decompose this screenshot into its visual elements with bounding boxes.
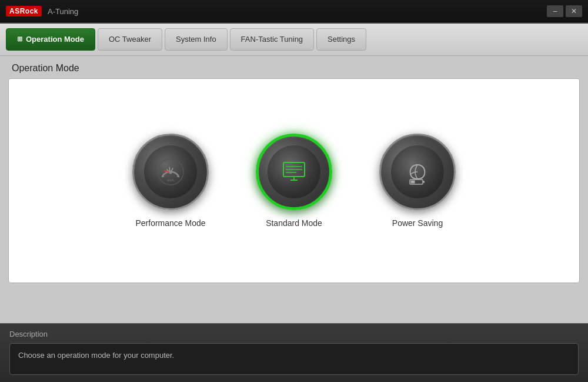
performance-mode-button[interactable]: km/h Performance Mode [132, 134, 209, 228]
power-saving-icon [402, 157, 433, 187]
standard-mode-circle [256, 134, 332, 210]
titlebar-left: ASRock A-Tuning [6, 6, 78, 16]
description-box: Choose an operation mode for your comput… [9, 343, 579, 375]
app-title: A-Tuning [48, 7, 78, 16]
tab-fan-tastic[interactable]: FAN-Tastic Tuning [230, 28, 315, 51]
description-text: Choose an operation mode for your comput… [18, 351, 174, 360]
tab-settings-label: Settings [328, 35, 355, 44]
monitor-icon [279, 157, 309, 187]
titlebar: ASRock A-Tuning – ✕ [0, 0, 588, 24]
page-header: Operation Mode [0, 56, 588, 78]
description-panel: Description Choose an operation mode for… [0, 323, 588, 382]
standard-mode-icon-inner [268, 145, 320, 198]
performance-mode-icon-inner: km/h [144, 145, 197, 198]
power-saving-label: Power Saving [392, 218, 443, 228]
tab-operation-mode[interactable]: ⊞ Operation Mode [6, 28, 95, 51]
power-saving-icon-inner [391, 145, 444, 198]
tab-oc-tweaker[interactable]: OC Tweaker [98, 28, 162, 51]
close-button[interactable]: ✕ [566, 5, 582, 17]
standard-mode-button[interactable]: Standard Mode [256, 134, 332, 228]
svg-rect-11 [423, 181, 425, 183]
svg-rect-12 [411, 181, 415, 184]
page-title: Operation Mode [12, 63, 79, 73]
svg-point-2 [169, 171, 172, 174]
power-saving-button[interactable]: Power Saving [379, 134, 456, 228]
minimize-button[interactable]: – [547, 5, 563, 17]
content-area: km/h Performance Mode [8, 78, 580, 283]
svg-text:km/h: km/h [168, 178, 174, 182]
performance-mode-circle: km/h [132, 134, 209, 210]
main-content: Operation Mode km/h [0, 56, 588, 323]
asrock-logo: ASRock [6, 6, 42, 16]
tabbar: ⊞ Operation Mode OC Tweaker System Info … [0, 24, 588, 56]
tab-system-info[interactable]: System Info [165, 28, 228, 51]
titlebar-controls: – ✕ [547, 5, 582, 17]
standard-mode-label: Standard Mode [266, 218, 322, 228]
tab-system-info-label: System Info [176, 35, 216, 44]
tab-operation-mode-label: Operation Mode [26, 35, 84, 44]
description-title: Description [9, 330, 579, 338]
tab-settings[interactable]: Settings [316, 28, 366, 51]
performance-mode-label: Performance Mode [135, 218, 205, 228]
tab-oc-tweaker-label: OC Tweaker [109, 35, 151, 44]
power-saving-circle [379, 134, 456, 210]
grid-icon: ⊞ [17, 35, 22, 43]
speedometer-icon: km/h [155, 157, 186, 187]
tab-fan-tastic-label: FAN-Tastic Tuning [241, 35, 303, 44]
